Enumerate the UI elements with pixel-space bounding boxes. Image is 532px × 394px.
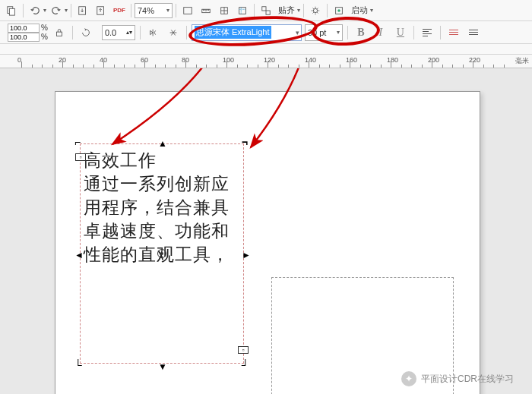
pdf-export-icon[interactable]: PDF	[111, 2, 128, 19]
underline-button[interactable]: U	[392, 24, 409, 41]
scale-y-input[interactable]	[8, 33, 40, 42]
rotation-input[interactable]: 0.0▴▾	[102, 25, 135, 40]
zoom-level-input[interactable]: 74%▾	[135, 3, 173, 18]
ruler-number: 140	[305, 56, 316, 64]
svg-rect-12	[56, 32, 62, 36]
ruler-number: 120	[264, 56, 275, 64]
font-size-value: 30 pt	[308, 28, 326, 37]
redo-icon[interactable]	[48, 2, 65, 19]
mirror-vertical-icon[interactable]	[165, 24, 182, 41]
resize-handle-right[interactable]: ►	[242, 250, 249, 257]
font-size-selector[interactable]: 30 pt▾	[305, 24, 343, 41]
wechat-icon: ✦	[401, 371, 416, 386]
svg-rect-6	[239, 7, 246, 14]
import-icon[interactable]	[74, 2, 91, 19]
ruler-unit-label: 毫米	[515, 56, 529, 66]
snap-dropdown-icon[interactable]: ▾	[297, 7, 300, 14]
chevron-down-icon: ▾	[296, 29, 299, 36]
resize-handle-bottom[interactable]: ▼	[158, 361, 166, 369]
snap-icon[interactable]	[258, 2, 274, 19]
resize-handle-top[interactable]: ▲	[158, 138, 166, 146]
paragraph-text-frame-selected[interactable]: 高效工作 通过一系列创新应用程序，结合兼具 卓越速度、功能和性能的直观工具， ⌐…	[80, 143, 244, 364]
undo-dropdown-icon[interactable]: ▾	[43, 7, 46, 14]
document-page[interactable]: 高效工作 通过一系列创新应用程序，结合兼具 卓越速度、功能和性能的直观工具， ⌐…	[55, 91, 480, 394]
resize-handle-bottom-right[interactable]: ┘	[242, 361, 249, 369]
show-rulers-icon[interactable]	[198, 2, 214, 19]
watermark: ✦ 平面设计CDR在线学习	[401, 371, 514, 386]
copy-icon[interactable]	[3, 2, 20, 19]
svg-rect-7	[262, 6, 266, 10]
rotation-angle-icon	[78, 24, 94, 41]
property-toolbar: % % 0.0▴▾ 思源宋体 ExtraLight ▾ 30 pt▾ B I U	[0, 21, 532, 44]
launch-app-icon[interactable]	[331, 2, 347, 19]
italic-button[interactable]: I	[372, 24, 389, 41]
ruler-number: 200	[428, 56, 439, 64]
center-origin-icon[interactable]	[157, 249, 166, 258]
horizontal-ruler[interactable]: 毫米 020406080100120140160180200220	[0, 55, 532, 68]
fullscreen-icon[interactable]	[179, 2, 196, 19]
resize-handle-top-left[interactable]: ⌐	[74, 138, 82, 146]
svg-rect-8	[266, 11, 270, 14]
lock-ratio-icon[interactable]	[51, 24, 68, 41]
scale-x-input[interactable]	[8, 24, 40, 33]
svg-point-11	[337, 9, 340, 12]
bullet-list-icon[interactable]	[445, 24, 462, 41]
font-name-value: 思源宋体 ExtraLight	[195, 26, 271, 39]
resize-handle-bottom-left[interactable]: └	[74, 361, 82, 369]
svg-rect-4	[184, 7, 192, 14]
align-left-icon[interactable]	[419, 24, 435, 41]
launch-dropdown-icon[interactable]: ▾	[370, 7, 373, 14]
ruler-number: 160	[346, 56, 357, 64]
canvas-workspace[interactable]: 高效工作 通过一系列创新应用程序，结合兼具 卓越速度、功能和性能的直观工具， ⌐…	[0, 68, 532, 394]
watermark-text: 平面设计CDR在线学习	[421, 373, 514, 386]
resize-handle-top-right[interactable]: ¬	[242, 138, 249, 146]
main-toolbar: ▾ ▾ PDF 74%▾ 贴齐 ▾ 启动 ▾	[0, 0, 532, 21]
show-guides-icon[interactable]	[234, 2, 251, 19]
svg-point-9	[313, 8, 317, 12]
chevron-down-icon: ▾	[337, 29, 340, 36]
export-icon[interactable]	[93, 2, 109, 19]
undo-icon[interactable]	[27, 2, 43, 19]
resize-handle-left[interactable]: ◄	[74, 250, 82, 257]
svg-rect-1	[9, 8, 14, 15]
percent-label: %	[41, 33, 48, 41]
numbered-list-icon[interactable]	[465, 24, 482, 41]
ruler-number: 100	[223, 56, 234, 64]
ruler-number: 220	[469, 56, 480, 64]
launch-label[interactable]: 启动	[349, 5, 370, 16]
ruler-number: 180	[387, 56, 398, 64]
redo-dropdown-icon[interactable]: ▾	[65, 7, 68, 14]
snap-to-label[interactable]: 贴齐	[276, 5, 297, 16]
mirror-horizontal-icon[interactable]	[145, 24, 162, 41]
show-grid-icon[interactable]	[216, 2, 233, 19]
text-flow-in-tab[interactable]: ▫	[75, 153, 86, 161]
percent-label: %	[41, 24, 48, 32]
bold-button[interactable]: B	[353, 24, 369, 41]
scale-inputs: % %	[8, 24, 48, 42]
text-flow-out-tab[interactable]: ▫	[238, 346, 249, 354]
hint-bar	[0, 44, 532, 55]
font-family-selector[interactable]: 思源宋体 ExtraLight ▾	[192, 24, 302, 41]
options-icon[interactable]	[307, 2, 324, 19]
